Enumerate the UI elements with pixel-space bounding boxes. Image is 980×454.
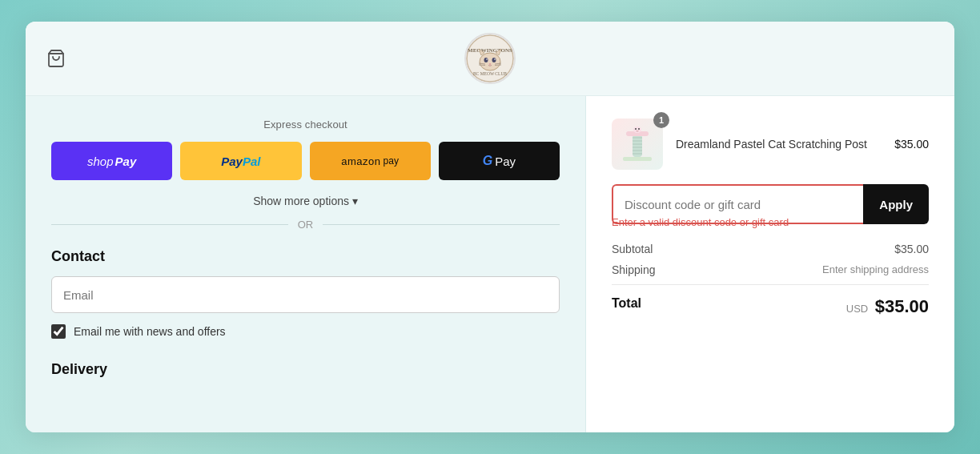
total-currency: USD <box>846 303 868 315</box>
google-pay-button[interactable]: G Pay <box>439 142 560 180</box>
left-panel: Express checkout shop Pay PayPal amazon … <box>26 96 586 432</box>
total-label: Total <box>612 296 641 317</box>
chevron-down-icon: ▾ <box>352 195 358 207</box>
show-more-options-button[interactable]: Show more options ▾ <box>253 195 358 207</box>
svg-text:BC MEOW CLUB: BC MEOW CLUB <box>473 71 507 76</box>
or-divider: OR <box>51 219 560 231</box>
paypal-button[interactable]: PayPal <box>180 142 301 180</box>
shipping-label: Shipping <box>612 263 656 276</box>
svg-point-6 <box>484 58 488 62</box>
total-amount: $35.00 <box>875 296 929 316</box>
summary-divider <box>612 284 929 285</box>
contact-heading: Contact <box>51 248 560 265</box>
store-logo: MEOWINGTONS BC MEOW C <box>464 33 516 84</box>
checkout-body: Express checkout shop Pay PayPal amazon … <box>26 96 954 432</box>
svg-point-10 <box>489 63 491 65</box>
subtotal-value: $35.00 <box>894 243 929 255</box>
shop-pay-button[interactable]: shop Pay <box>51 142 172 180</box>
or-label: OR <box>298 219 314 231</box>
product-image <box>612 119 663 170</box>
subtotal-label: Subtotal <box>612 243 653 255</box>
svg-point-9 <box>494 58 496 60</box>
svg-point-27 <box>638 128 640 130</box>
shipping-value: Enter shipping address <box>822 263 929 276</box>
apply-button[interactable]: Apply <box>863 184 929 224</box>
svg-point-26 <box>635 128 637 130</box>
right-panel: 1 Dreamland Pastel Cat Scratching Post $… <box>586 96 954 432</box>
discount-section: Apply Enter a valid discount code or gif… <box>612 184 929 228</box>
svg-point-7 <box>492 58 496 62</box>
product-image-wrap: 1 <box>612 119 663 170</box>
email-offers-label: Email me with news and offers <box>74 325 226 338</box>
total-row: Total USD $35.00 <box>612 296 929 317</box>
checkout-card: MEOWINGTONS BC MEOW C <box>26 22 954 432</box>
subtotal-row: Subtotal $35.00 <box>612 243 929 255</box>
product-quantity-badge: 1 <box>653 112 669 128</box>
header: MEOWINGTONS BC MEOW C <box>26 22 954 96</box>
bag-icon <box>45 47 67 70</box>
svg-point-8 <box>486 58 488 60</box>
svg-point-25 <box>633 127 641 133</box>
svg-point-3 <box>480 53 500 70</box>
shipping-row: Shipping Enter shipping address <box>612 263 929 276</box>
payment-buttons: shop Pay PayPal amazon pay G Pay <box>51 142 560 180</box>
amazon-pay-button[interactable]: amazon pay <box>310 142 431 180</box>
email-checkbox-row: Email me with news and offers <box>51 324 560 339</box>
divider-line-right <box>323 224 560 225</box>
email-offers-checkbox[interactable] <box>51 324 66 339</box>
express-checkout-label: Express checkout <box>51 119 560 131</box>
product-price: $35.00 <box>894 138 929 151</box>
total-value: USD $35.00 <box>846 296 929 317</box>
email-input[interactable] <box>51 276 560 313</box>
product-row: 1 Dreamland Pastel Cat Scratching Post $… <box>612 119 929 170</box>
divider-line-left <box>51 224 288 225</box>
svg-rect-16 <box>623 157 652 161</box>
order-summary: Subtotal $35.00 Shipping Enter shipping … <box>612 243 929 317</box>
svg-line-12 <box>479 65 485 66</box>
product-name: Dreamland Pastel Cat Scratching Post <box>676 138 882 151</box>
svg-line-14 <box>495 65 501 66</box>
delivery-heading: Delivery <box>51 361 560 378</box>
